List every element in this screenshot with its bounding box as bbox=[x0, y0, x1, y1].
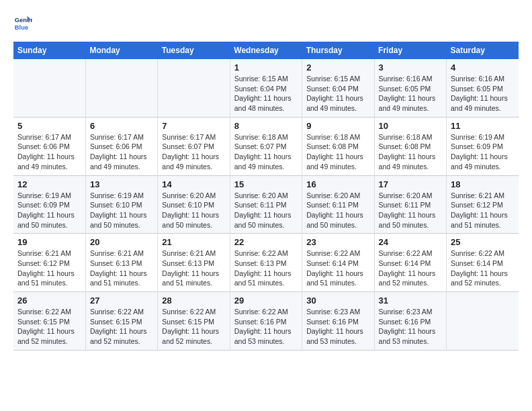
week-row-2: 5Sunrise: 6:17 AM Sunset: 6:06 PM Daylig… bbox=[13, 117, 519, 175]
calendar-cell: 13Sunrise: 6:19 AM Sunset: 6:10 PM Dayli… bbox=[85, 175, 157, 234]
cell-info: Sunrise: 6:17 AM Sunset: 6:07 PM Dayligh… bbox=[162, 132, 225, 172]
day-number: 26 bbox=[17, 295, 81, 306]
calendar-cell: 7Sunrise: 6:17 AM Sunset: 6:07 PM Daylig… bbox=[158, 117, 230, 175]
day-number: 30 bbox=[306, 295, 369, 306]
calendar-cell bbox=[13, 59, 85, 117]
cell-info: Sunrise: 6:20 AM Sunset: 6:11 PM Dayligh… bbox=[234, 191, 298, 230]
calendar-cell: 3Sunrise: 6:16 AM Sunset: 6:05 PM Daylig… bbox=[374, 59, 446, 117]
calendar-cell: 22Sunrise: 6:22 AM Sunset: 6:13 PM Dayli… bbox=[230, 234, 302, 292]
day-number: 27 bbox=[90, 295, 153, 306]
calendar-cell: 10Sunrise: 6:18 AM Sunset: 6:08 PM Dayli… bbox=[374, 117, 446, 175]
day-number: 1 bbox=[234, 62, 298, 73]
calendar-cell: 15Sunrise: 6:20 AM Sunset: 6:11 PM Dayli… bbox=[230, 175, 302, 234]
day-number: 7 bbox=[162, 121, 225, 131]
header-thursday: Thursday bbox=[302, 42, 374, 59]
calendar-cell: 14Sunrise: 6:20 AM Sunset: 6:10 PM Dayli… bbox=[158, 175, 230, 234]
calendar-cell: 19Sunrise: 6:21 AM Sunset: 6:12 PM Dayli… bbox=[13, 234, 85, 292]
calendar-cell: 2Sunrise: 6:15 AM Sunset: 6:04 PM Daylig… bbox=[302, 59, 374, 117]
calendar-cell: 4Sunrise: 6:16 AM Sunset: 6:05 PM Daylig… bbox=[447, 59, 519, 117]
day-number: 16 bbox=[306, 179, 369, 189]
header-wednesday: Wednesday bbox=[230, 42, 302, 59]
cell-info: Sunrise: 6:15 AM Sunset: 6:04 PM Dayligh… bbox=[234, 74, 298, 113]
cell-info: Sunrise: 6:19 AM Sunset: 6:09 PM Dayligh… bbox=[451, 132, 515, 172]
day-number: 10 bbox=[379, 121, 442, 131]
day-number: 19 bbox=[17, 237, 81, 247]
calendar-cell: 26Sunrise: 6:22 AM Sunset: 6:15 PM Dayli… bbox=[13, 292, 85, 351]
day-number: 18 bbox=[451, 179, 515, 189]
cell-info: Sunrise: 6:22 AM Sunset: 6:15 PM Dayligh… bbox=[90, 307, 153, 347]
calendar-cell: 20Sunrise: 6:21 AM Sunset: 6:13 PM Dayli… bbox=[85, 234, 157, 292]
calendar-cell: 8Sunrise: 6:18 AM Sunset: 6:07 PM Daylig… bbox=[230, 117, 302, 175]
day-number: 15 bbox=[234, 179, 298, 189]
week-row-3: 12Sunrise: 6:19 AM Sunset: 6:09 PM Dayli… bbox=[13, 175, 519, 234]
cell-info: Sunrise: 6:19 AM Sunset: 6:10 PM Dayligh… bbox=[90, 191, 153, 230]
cell-info: Sunrise: 6:18 AM Sunset: 6:08 PM Dayligh… bbox=[306, 132, 369, 172]
cell-info: Sunrise: 6:18 AM Sunset: 6:08 PM Dayligh… bbox=[379, 132, 442, 172]
cell-info: Sunrise: 6:21 AM Sunset: 6:13 PM Dayligh… bbox=[90, 248, 153, 288]
calendar-cell: 27Sunrise: 6:22 AM Sunset: 6:15 PM Dayli… bbox=[85, 292, 157, 351]
cell-info: Sunrise: 6:20 AM Sunset: 6:11 PM Dayligh… bbox=[379, 191, 442, 230]
calendar-cell bbox=[447, 292, 519, 351]
cell-info: Sunrise: 6:15 AM Sunset: 6:04 PM Dayligh… bbox=[306, 74, 369, 113]
calendar-cell: 6Sunrise: 6:17 AM Sunset: 6:06 PM Daylig… bbox=[85, 117, 157, 175]
calendar-cell: 9Sunrise: 6:18 AM Sunset: 6:08 PM Daylig… bbox=[302, 117, 374, 175]
day-number: 12 bbox=[17, 179, 81, 189]
cell-info: Sunrise: 6:23 AM Sunset: 6:16 PM Dayligh… bbox=[379, 307, 442, 347]
day-number: 11 bbox=[451, 121, 515, 131]
calendar-cell: 21Sunrise: 6:21 AM Sunset: 6:13 PM Dayli… bbox=[158, 234, 230, 292]
calendar-header: SundayMondayTuesdayWednesdayThursdayFrid… bbox=[13, 42, 519, 59]
calendar-cell: 11Sunrise: 6:19 AM Sunset: 6:09 PM Dayli… bbox=[447, 117, 519, 175]
day-number: 4 bbox=[451, 62, 515, 73]
header-saturday: Saturday bbox=[447, 42, 519, 59]
day-number: 8 bbox=[234, 121, 298, 131]
calendar-cell bbox=[85, 59, 157, 117]
day-number: 24 bbox=[379, 237, 442, 247]
day-number: 9 bbox=[306, 121, 369, 131]
calendar-cell: 1Sunrise: 6:15 AM Sunset: 6:04 PM Daylig… bbox=[230, 59, 302, 117]
cell-info: Sunrise: 6:22 AM Sunset: 6:14 PM Dayligh… bbox=[451, 248, 515, 288]
week-row-4: 19Sunrise: 6:21 AM Sunset: 6:12 PM Dayli… bbox=[13, 234, 519, 292]
day-number: 14 bbox=[162, 179, 225, 189]
cell-info: Sunrise: 6:19 AM Sunset: 6:09 PM Dayligh… bbox=[17, 191, 81, 230]
cell-info: Sunrise: 6:22 AM Sunset: 6:15 PM Dayligh… bbox=[162, 307, 225, 347]
calendar-cell: 30Sunrise: 6:23 AM Sunset: 6:16 PM Dayli… bbox=[302, 292, 374, 351]
svg-text:Blue: Blue bbox=[15, 24, 28, 31]
day-number: 2 bbox=[306, 62, 369, 73]
day-number: 17 bbox=[379, 179, 442, 189]
day-number: 29 bbox=[234, 295, 298, 306]
cell-info: Sunrise: 6:22 AM Sunset: 6:13 PM Dayligh… bbox=[234, 248, 298, 288]
calendar-cell: 29Sunrise: 6:22 AM Sunset: 6:16 PM Dayli… bbox=[230, 292, 302, 351]
day-number: 13 bbox=[90, 179, 153, 189]
cell-info: Sunrise: 6:17 AM Sunset: 6:06 PM Dayligh… bbox=[90, 132, 153, 172]
logo: General Blue bbox=[13, 13, 34, 32]
day-number: 5 bbox=[17, 121, 81, 131]
cell-info: Sunrise: 6:21 AM Sunset: 6:12 PM Dayligh… bbox=[451, 191, 515, 230]
cell-info: Sunrise: 6:18 AM Sunset: 6:07 PM Dayligh… bbox=[234, 132, 298, 172]
cell-info: Sunrise: 6:16 AM Sunset: 6:05 PM Dayligh… bbox=[451, 74, 515, 113]
cell-info: Sunrise: 6:16 AM Sunset: 6:05 PM Dayligh… bbox=[379, 74, 442, 113]
cell-info: Sunrise: 6:22 AM Sunset: 6:16 PM Dayligh… bbox=[234, 307, 298, 347]
day-number: 31 bbox=[379, 295, 442, 306]
cell-info: Sunrise: 6:22 AM Sunset: 6:14 PM Dayligh… bbox=[379, 248, 442, 288]
calendar-cell: 28Sunrise: 6:22 AM Sunset: 6:15 PM Dayli… bbox=[158, 292, 230, 351]
calendar-cell: 25Sunrise: 6:22 AM Sunset: 6:14 PM Dayli… bbox=[447, 234, 519, 292]
cell-info: Sunrise: 6:20 AM Sunset: 6:10 PM Dayligh… bbox=[162, 191, 225, 230]
day-number: 6 bbox=[90, 121, 153, 131]
calendar-cell: 5Sunrise: 6:17 AM Sunset: 6:06 PM Daylig… bbox=[13, 117, 85, 175]
day-number: 3 bbox=[379, 62, 442, 73]
calendar-cell bbox=[158, 59, 230, 117]
header-friday: Friday bbox=[374, 42, 446, 59]
cell-info: Sunrise: 6:22 AM Sunset: 6:15 PM Dayligh… bbox=[17, 307, 81, 347]
day-number: 21 bbox=[162, 237, 225, 247]
day-number: 20 bbox=[90, 237, 153, 247]
calendar-cell: 17Sunrise: 6:20 AM Sunset: 6:11 PM Dayli… bbox=[374, 175, 446, 234]
calendar-cell: 16Sunrise: 6:20 AM Sunset: 6:11 PM Dayli… bbox=[302, 175, 374, 234]
header-tuesday: Tuesday bbox=[158, 42, 230, 59]
header-monday: Monday bbox=[85, 42, 157, 59]
day-number: 23 bbox=[306, 237, 369, 247]
cell-info: Sunrise: 6:23 AM Sunset: 6:16 PM Dayligh… bbox=[306, 307, 369, 347]
cell-info: Sunrise: 6:22 AM Sunset: 6:14 PM Dayligh… bbox=[306, 248, 369, 288]
calendar-cell: 12Sunrise: 6:19 AM Sunset: 6:09 PM Dayli… bbox=[13, 175, 85, 234]
header-sunday: Sunday bbox=[13, 42, 85, 59]
cell-info: Sunrise: 6:21 AM Sunset: 6:13 PM Dayligh… bbox=[162, 248, 225, 288]
